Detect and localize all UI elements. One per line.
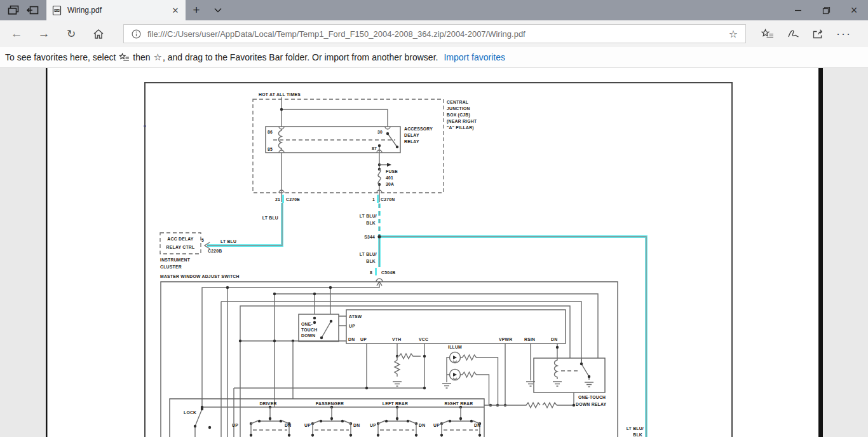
- address-bar[interactable]: file:///C:/Users/user/AppData/Local/Temp…: [123, 24, 746, 43]
- import-favorites-link[interactable]: Import favorites: [444, 52, 505, 62]
- lt-blu-label-2: LT BLU: [220, 239, 236, 244]
- relay-pin-85: 85: [268, 147, 273, 151]
- pin-atsw: ATSW: [349, 314, 362, 319]
- splice-s344: S344: [364, 235, 375, 239]
- add-favorite-star-icon[interactable]: ☆: [725, 28, 742, 40]
- pdf-page: [47, 68, 818, 437]
- c220b-pin: 5: [201, 238, 204, 242]
- svg-text:UP: UP: [370, 423, 376, 427]
- pin-dn-right: DN: [551, 337, 557, 342]
- url-text[interactable]: file:///C:/Users/user/AppData/Local/Temp…: [147, 29, 725, 39]
- svg-text:CLUSTER: CLUSTER: [160, 265, 182, 269]
- svg-text:DRIVER: DRIVER: [259, 401, 276, 406]
- page-left-edge: [46, 68, 48, 437]
- svg-text:LT BLU/: LT BLU/: [360, 214, 377, 218]
- svg-text:UP: UP: [304, 423, 311, 427]
- svg-text:LEFT REAR: LEFT REAR: [383, 401, 408, 406]
- svg-text:ACC DELAY: ACC DELAY: [167, 237, 193, 241]
- tab-close-icon[interactable]: ✕: [170, 6, 180, 15]
- svg-text:UP: UP: [433, 423, 440, 427]
- svg-text:BLK: BLK: [633, 433, 642, 437]
- minimize-button[interactable]: [784, 0, 812, 20]
- tab-actions: [0, 0, 46, 20]
- window-controls: ×: [784, 0, 868, 20]
- pin-vpwr: VPWR: [499, 337, 512, 342]
- back-icon[interactable]: ←: [6, 23, 27, 45]
- pdf-viewer[interactable]: HOT AT ALL TIMES CENTRAL JUNCTION BOX (C…: [0, 68, 868, 437]
- page-info-icon[interactable]: [132, 29, 141, 39]
- forward-icon[interactable]: →: [33, 23, 55, 45]
- tab-list-chevron-icon[interactable]: [207, 0, 229, 20]
- svg-text:ACCESSORY: ACCESSORY: [404, 127, 433, 131]
- svg-text:30A: 30A: [386, 182, 394, 186]
- c220b-label: C220B: [208, 249, 222, 253]
- restore-button[interactable]: [812, 0, 840, 20]
- browser-window: PDF Wiring.pdf ✕ + × ← → ↻ file:///C:/Us…: [0, 0, 868, 437]
- home-icon[interactable]: [88, 23, 109, 45]
- svg-text:LT BLU/: LT BLU/: [627, 426, 644, 431]
- svg-text:(NEAR RIGHT: (NEAR RIGHT: [447, 119, 477, 124]
- c270e-pin: 21: [275, 197, 280, 202]
- pin-vth: VTH: [392, 337, 401, 342]
- svg-text:DOWN RELAY: DOWN RELAY: [576, 402, 607, 406]
- lt-blu-label-1: LT BLU: [262, 216, 278, 220]
- master-switch-label: MASTER WINDOW ADJUST SWITCH: [160, 274, 240, 279]
- svg-text:PASSENGER: PASSENGER: [316, 401, 344, 406]
- svg-text:DELAY: DELAY: [404, 133, 419, 137]
- c270e-label: C270E: [286, 197, 300, 202]
- tab-bar: PDF Wiring.pdf ✕ + ×: [0, 0, 868, 20]
- svg-text:401: 401: [386, 176, 393, 180]
- annotate-pen-icon[interactable]: [780, 23, 806, 45]
- c504b-highlight: [375, 268, 377, 275]
- instrument-cluster-label: INSTRUMENT: [160, 258, 191, 262]
- set-tabs-aside-icon[interactable]: [23, 2, 42, 18]
- refresh-icon[interactable]: ↻: [60, 23, 82, 45]
- tab-wiring-pdf[interactable]: PDF Wiring.pdf ✕: [46, 0, 186, 20]
- settings-ellipsis-icon[interactable]: ···: [831, 23, 857, 45]
- svg-text:FUSE: FUSE: [386, 169, 398, 174]
- svg-text:PDF: PDF: [55, 10, 60, 12]
- pin-dn-bottom: DN: [348, 337, 355, 342]
- favorites-banner-text-2: then: [133, 52, 150, 62]
- relay-pin-30: 30: [377, 130, 383, 134]
- favorites-banner-text-1: To see favorites here, select: [5, 52, 116, 62]
- share-icon[interactable]: [806, 23, 831, 45]
- navigation-toolbar: ← → ↻ file:///C:/Users/user/AppData/Loca…: [0, 20, 868, 47]
- svg-text:RELAY CTRL: RELAY CTRL: [166, 245, 195, 249]
- svg-text:DN: DN: [285, 423, 291, 427]
- svg-text:DOWN: DOWN: [301, 333, 316, 338]
- svg-text:DN: DN: [353, 423, 360, 427]
- c270n-highlight: [377, 195, 379, 203]
- c270n-pin: 1: [372, 197, 375, 202]
- pin-up-bottom: UP: [360, 337, 367, 342]
- svg-text:CENTRAL: CENTRAL: [447, 100, 468, 104]
- new-tab-button[interactable]: +: [186, 0, 207, 20]
- favorites-hub-icon[interactable]: [755, 23, 780, 45]
- tab-preview-icon[interactable]: [4, 2, 23, 18]
- svg-text:TOUCH: TOUCH: [301, 328, 317, 332]
- pin-vcc: VCC: [419, 337, 428, 342]
- svg-text:BLK: BLK: [366, 221, 376, 225]
- svg-text:UP: UP: [232, 423, 238, 427]
- pdf-icon: PDF: [51, 5, 62, 16]
- page-right-edge: [818, 68, 823, 437]
- relay-pin-87: 87: [372, 146, 377, 151]
- c504b-pin: 8: [370, 270, 372, 275]
- svg-text:DN: DN: [419, 423, 425, 427]
- svg-text:"A" PILLAR): "A" PILLAR): [447, 125, 474, 130]
- close-window-button[interactable]: ×: [840, 0, 868, 20]
- star-icon: ☆: [154, 52, 162, 63]
- svg-text:LT BLU/: LT BLU/: [360, 252, 377, 256]
- pin-up-left: UP: [349, 324, 355, 328]
- svg-text:ONE-: ONE-: [301, 322, 313, 326]
- lock-label: LOCK: [184, 410, 196, 415]
- relay-pin-86: 86: [268, 130, 273, 134]
- svg-text:RIGHT REAR: RIGHT REAR: [445, 401, 473, 406]
- toolbar-right-icons: ···: [755, 23, 857, 45]
- pin-rsin: RSIN: [524, 337, 535, 342]
- tab-title: Wiring.pdf: [67, 6, 165, 15]
- hub-star-icon: [119, 53, 130, 62]
- favorites-banner-text-3: , and drag to the Favorites Bar folder. …: [163, 52, 438, 62]
- wiring-diagram: HOT AT ALL TIMES CENTRAL JUNCTION BOX (C…: [0, 68, 868, 437]
- svg-text:DN: DN: [474, 423, 480, 427]
